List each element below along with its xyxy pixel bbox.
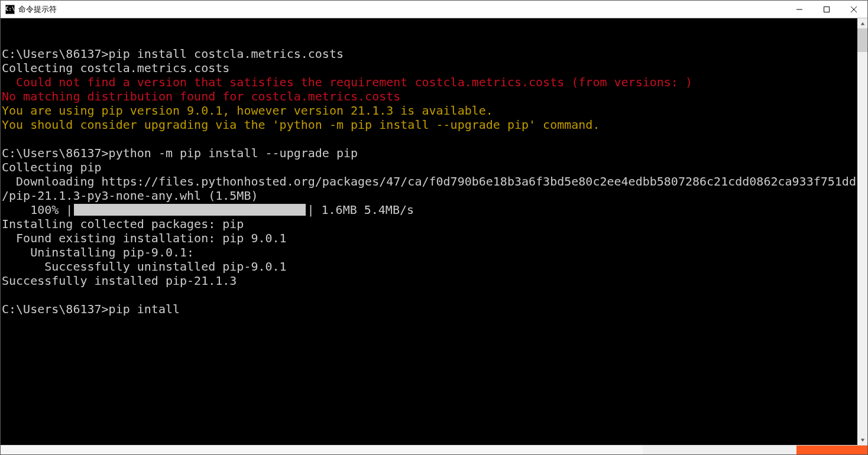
- svg-rect-1: [824, 6, 830, 12]
- maximize-button[interactable]: [813, 1, 840, 18]
- terminal-line: Installing collected packages: pip: [2, 217, 244, 231]
- scrollbar-thumb[interactable]: [857, 28, 867, 52]
- bg-segment: [643, 446, 796, 454]
- terminal-line-error: Could not find a version that satisfies …: [2, 75, 692, 89]
- terminal-line-error: No matching distribution found for costc…: [2, 89, 400, 103]
- terminal-line: Successfully installed pip-21.1.3: [2, 274, 237, 288]
- cmd-icon: C:\: [5, 5, 15, 14]
- background-strip: [1, 445, 867, 454]
- minimize-button[interactable]: [786, 1, 813, 18]
- command-prompt-window: C:\ 命令提示符 C:\Users\86137>pip install cos…: [0, 0, 868, 455]
- window-title: 命令提示符: [18, 4, 57, 15]
- scroll-up-button[interactable]: [857, 18, 867, 28]
- terminal-line: Successfully uninstalled pip-9.0.1: [2, 259, 287, 274]
- scroll-down-button[interactable]: [857, 435, 867, 445]
- terminal-line: Found existing installation: pip 9.0.1: [2, 231, 287, 245]
- titlebar[interactable]: C:\ 命令提示符: [1, 1, 867, 18]
- close-button[interactable]: [840, 1, 867, 18]
- terminal-area: C:\Users\86137>pip install costcla.metri…: [1, 18, 867, 445]
- svg-marker-4: [860, 22, 864, 25]
- scrollbar-track[interactable]: [857, 28, 867, 435]
- progress-line: 100% || 1.6MB 5.4MB/s: [2, 203, 414, 217]
- terminal-line: Collecting costcla.metrics.costs: [2, 61, 229, 75]
- bg-segment-orange: [796, 446, 867, 454]
- terminal-line: Downloading https://files.pythonhosted.o…: [2, 174, 856, 188]
- bg-segment: [1, 446, 643, 454]
- terminal[interactable]: C:\Users\86137>pip install costcla.metri…: [1, 18, 857, 445]
- progress-tail: | 1.6MB 5.4MB/s: [307, 203, 414, 217]
- terminal-line-warning: You should consider upgrading via the 'p…: [2, 118, 600, 132]
- terminal-line: Uninstalling pip-9.0.1:: [2, 245, 194, 259]
- terminal-line: /pip-21.1.3-py3-none-any.whl (1.5MB): [2, 188, 258, 203]
- progress-bar: [74, 204, 306, 216]
- terminal-line-warning: You are using pip version 9.0.1, however…: [2, 103, 493, 118]
- terminal-line: C:\Users\86137>python -m pip install --u…: [2, 146, 358, 160]
- terminal-line: C:\Users\86137>pip install costcla.metri…: [2, 47, 344, 61]
- svg-marker-5: [860, 438, 864, 441]
- vertical-scrollbar[interactable]: [857, 18, 867, 445]
- terminal-line: Collecting pip: [2, 160, 102, 174]
- terminal-line: C:\Users\86137>pip intall: [2, 302, 180, 316]
- progress-percent: 100% |: [2, 203, 73, 217]
